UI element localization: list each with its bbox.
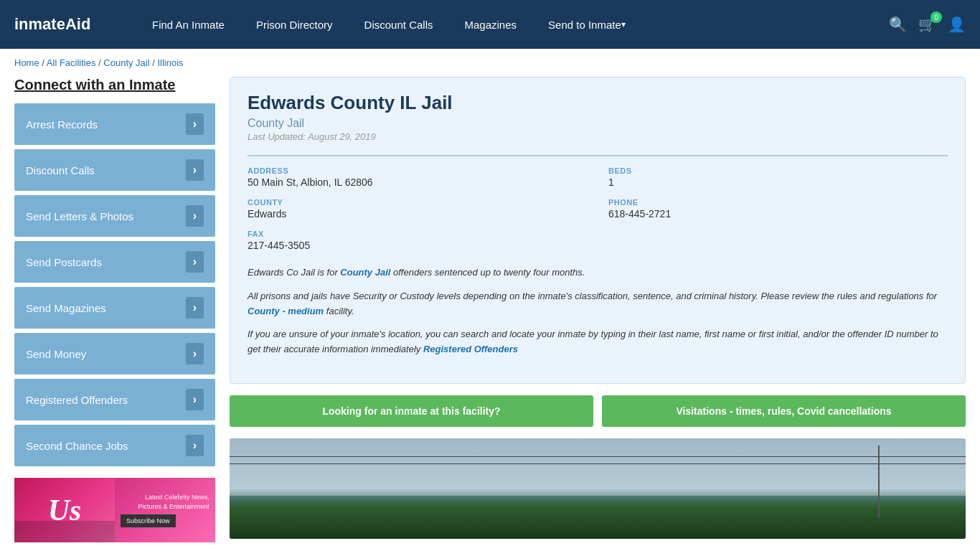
- sidebar-item-second-chance-jobs[interactable]: Second Chance Jobs ›: [14, 425, 215, 466]
- breadcrumb-county-jail[interactable]: County Jail: [103, 57, 149, 68]
- description-para1: Edwards Co Jail is for County Jail offen…: [248, 265, 948, 281]
- county-label: COUNTY: [248, 198, 587, 207]
- breadcrumb-home[interactable]: Home: [14, 57, 39, 68]
- sidebar-item-registered-offenders[interactable]: Registered Offenders ›: [14, 379, 215, 420]
- breadcrumb-all-facilities[interactable]: All Facilities: [47, 57, 96, 68]
- nav-prison-directory[interactable]: Prison Directory: [240, 0, 349, 49]
- phone-value: 618-445-2721: [608, 208, 948, 220]
- breadcrumb-illinois[interactable]: Illinois: [157, 57, 183, 68]
- chevron-right-icon: ›: [186, 159, 204, 181]
- sidebar-item-send-money[interactable]: Send Money ›: [14, 333, 215, 375]
- ad-content: Latest Celebrity News, Pictures & Entert…: [115, 487, 215, 532]
- sidebar-item-send-magazines[interactable]: Send Magazines ›: [14, 287, 215, 329]
- user-icon[interactable]: 👤: [948, 16, 966, 33]
- sidebar-item-label: Discount Calls: [26, 164, 95, 176]
- sidebar-item-discount-calls[interactable]: Discount Calls ›: [14, 149, 215, 191]
- phone-label: PHONE: [608, 198, 948, 207]
- sidebar-title: Connect with an Inmate: [14, 77, 215, 93]
- facility-type: County Jail: [248, 117, 948, 130]
- main-nav: Find An Inmate Prison Directory Discount…: [136, 0, 867, 49]
- beds-label: BEDS: [608, 166, 948, 175]
- address-value: 50 Main St, Albion, IL 62806: [248, 176, 587, 188]
- photo-wire: [230, 456, 966, 457]
- registered-offenders-link[interactable]: Registered Offenders: [423, 344, 518, 354]
- facility-info-grid: ADDRESS 50 Main St, Albion, IL 62806 BED…: [248, 155, 948, 251]
- sidebar-item-send-letters[interactable]: Send Letters & Photos ›: [14, 195, 215, 237]
- facility-last-updated: Last Updated: August 29, 2019: [248, 131, 948, 142]
- visitations-button[interactable]: Visitations - times, rules, Covid cancel…: [602, 395, 966, 427]
- chevron-right-icon: ›: [186, 113, 204, 135]
- county-value: Edwards: [248, 208, 587, 220]
- logo-text: inmateAid: [14, 15, 90, 34]
- sidebar-item-label: Send Postcards: [26, 256, 102, 268]
- facility-card: Edwards County IL Jail County Jail Last …: [230, 77, 966, 384]
- site-header: inmateAid Find An Inmate Prison Director…: [0, 0, 980, 49]
- main-content: Edwards County IL Jail County Jail Last …: [230, 77, 966, 542]
- phone-block: PHONE 618-445-2721: [608, 198, 948, 220]
- nav-send-to-inmate[interactable]: Send to Inmate: [532, 0, 641, 49]
- nav-find-inmate[interactable]: Find An Inmate: [136, 0, 240, 49]
- beds-block: BEDS 1: [608, 166, 948, 188]
- sidebar-item-label: Second Chance Jobs: [26, 440, 128, 452]
- ad-text: Latest Celebrity News, Pictures & Entert…: [121, 493, 209, 511]
- sidebar-item-send-postcards[interactable]: Send Postcards ›: [14, 241, 215, 283]
- site-logo[interactable]: inmateAid: [14, 15, 115, 34]
- sidebar-item-label: Send Money: [26, 348, 86, 360]
- chevron-right-icon: ›: [186, 297, 204, 319]
- chevron-right-icon: ›: [186, 389, 204, 410]
- chevron-right-icon: ›: [186, 205, 204, 227]
- sidebar: Connect with an Inmate Arrest Records › …: [14, 77, 215, 542]
- chevron-right-icon: ›: [186, 251, 204, 273]
- county-medium-link[interactable]: County - medium: [248, 306, 324, 316]
- search-icon[interactable]: 🔍: [889, 16, 907, 33]
- beds-value: 1: [608, 176, 948, 188]
- address-block: ADDRESS 50 Main St, Albion, IL 62806: [248, 166, 587, 188]
- description-para3: If you are unsure of your inmate's locat…: [248, 327, 948, 357]
- cart-icon[interactable]: 🛒 0: [918, 16, 936, 33]
- ad-subscribe-button[interactable]: Subscribe Now: [121, 514, 176, 527]
- photo-wire2: [230, 463, 966, 464]
- photo-sky: [230, 438, 966, 496]
- fax-label: FAX: [248, 230, 587, 238]
- description-para2: All prisons and jails have Security or C…: [248, 289, 948, 319]
- sidebar-advertisement: Us Latest Celebrity News, Pictures & Ent…: [14, 478, 215, 542]
- action-buttons: Looking for an inmate at this facility? …: [230, 395, 966, 427]
- facility-photo: [230, 438, 966, 539]
- photo-trees: [230, 489, 966, 539]
- county-block: COUNTY Edwards: [248, 198, 587, 220]
- sidebar-item-label: Send Letters & Photos: [26, 210, 133, 222]
- sidebar-item-label: Arrest Records: [26, 118, 98, 131]
- chevron-right-icon: ›: [186, 435, 204, 456]
- chevron-right-icon: ›: [186, 343, 204, 364]
- facility-name: Edwards County IL Jail: [248, 92, 948, 114]
- breadcrumb: Home / All Facilities / County Jail / Il…: [0, 49, 980, 77]
- fax-block: FAX 217-445-3505: [248, 230, 587, 251]
- address-label: ADDRESS: [248, 166, 587, 175]
- sidebar-item-label: Send Magazines: [26, 302, 106, 314]
- nav-magazines[interactable]: Magazines: [448, 0, 532, 49]
- facility-description: Edwards Co Jail is for County Jail offen…: [248, 265, 948, 357]
- fax-value: 217-445-3505: [248, 240, 587, 251]
- find-inmate-button[interactable]: Looking for an inmate at this facility?: [230, 395, 593, 427]
- cart-badge: 0: [930, 11, 942, 23]
- county-jail-link[interactable]: County Jail: [340, 267, 390, 278]
- sidebar-item-label: Registered Offenders: [26, 394, 128, 406]
- main-layout: Connect with an Inmate Arrest Records › …: [0, 77, 980, 551]
- header-icons: 🔍 🛒 0 👤: [889, 16, 966, 33]
- nav-discount-calls[interactable]: Discount Calls: [349, 0, 449, 49]
- sidebar-item-arrest-records[interactable]: Arrest Records ›: [14, 103, 215, 145]
